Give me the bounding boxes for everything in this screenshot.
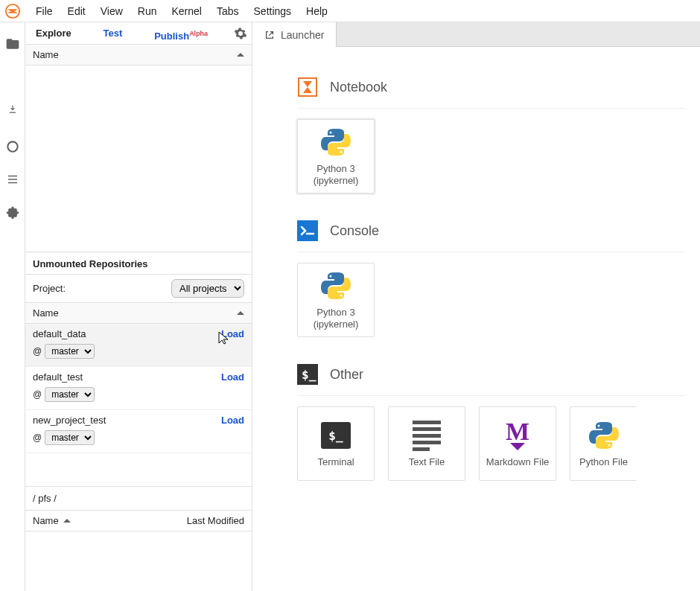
python-icon bbox=[588, 419, 620, 452]
python-icon bbox=[319, 126, 352, 159]
tile-python3-console[interactable]: Python 3 (ipykernel) bbox=[297, 263, 375, 337]
section-title: Notebook bbox=[330, 80, 387, 95]
sort-asc-icon bbox=[237, 311, 244, 315]
terminal-section-icon bbox=[297, 364, 318, 385]
unmounted-title: Unmounted Repositories bbox=[25, 252, 252, 275]
fb-name-col[interactable]: Name bbox=[33, 515, 187, 526]
section-title: Other bbox=[330, 367, 363, 383]
load-button[interactable]: Load bbox=[221, 415, 244, 445]
section-console: Console Python 3 (ipykernel) bbox=[297, 220, 700, 337]
tab-launcher[interactable]: Launcher bbox=[252, 22, 337, 47]
cursor-icon bbox=[217, 331, 229, 345]
sidepanel-tabs: Explore Test PublishAlpha bbox=[25, 22, 252, 45]
sort-asc-icon bbox=[63, 519, 71, 523]
tabbar: Launcher bbox=[252, 22, 700, 47]
branch-select[interactable]: master bbox=[45, 430, 95, 445]
sort-asc-icon bbox=[237, 53, 244, 57]
load-button[interactable]: Load bbox=[221, 371, 244, 402]
section-other: Other $_ Terminal Text File M Markdown F… bbox=[297, 364, 700, 481]
launcher-body: Notebook Python 3 (ipykernel) Console bbox=[252, 47, 700, 591]
download-icon[interactable] bbox=[4, 101, 21, 118]
menu-view[interactable]: View bbox=[93, 0, 130, 22]
fb-modified-col[interactable]: Last Modified bbox=[187, 515, 244, 526]
tab-publish[interactable]: PublishAlpha bbox=[148, 22, 214, 45]
menu-edit[interactable]: Edit bbox=[60, 0, 93, 22]
folder-icon[interactable] bbox=[4, 36, 21, 52]
project-select[interactable]: All projects bbox=[171, 279, 244, 298]
menu-run[interactable]: Run bbox=[130, 0, 165, 22]
terminal-icon: $_ bbox=[321, 422, 351, 449]
menu-file[interactable]: File bbox=[28, 0, 60, 22]
repo-list: default_data @master Load default_test @… bbox=[25, 324, 252, 486]
gear-icon[interactable] bbox=[234, 27, 247, 40]
tile-markdown[interactable]: M Markdown File bbox=[479, 406, 556, 481]
menu-tabs[interactable]: Tabs bbox=[209, 0, 246, 22]
branch-select[interactable]: master bbox=[45, 387, 95, 402]
menu-settings[interactable]: Settings bbox=[246, 0, 299, 22]
toc-icon[interactable] bbox=[4, 171, 21, 188]
menubar: File Edit View Run Kernel Tabs Settings … bbox=[0, 0, 700, 22]
tab-test[interactable]: Test bbox=[98, 22, 129, 45]
repo-name: new_project_test bbox=[33, 415, 106, 426]
menu-kernel[interactable]: Kernel bbox=[164, 0, 209, 22]
tile-textfile[interactable]: Text File bbox=[388, 406, 465, 481]
markdown-icon: M bbox=[506, 421, 529, 450]
branch-select[interactable]: master bbox=[45, 344, 95, 359]
extensions-icon[interactable] bbox=[4, 204, 21, 220]
mounted-repos-area bbox=[25, 66, 252, 252]
tile-terminal[interactable]: $_ Terminal bbox=[297, 406, 375, 481]
tile-pythonfile[interactable]: Python File bbox=[570, 406, 637, 481]
project-label: Project: bbox=[33, 283, 66, 294]
running-icon[interactable] bbox=[4, 138, 21, 155]
repo-item-default-data[interactable]: default_data @master Load bbox=[25, 324, 252, 367]
jupyter-logo-icon bbox=[4, 3, 21, 19]
section-title: Console bbox=[330, 223, 379, 239]
unmounted-name-header[interactable]: Name bbox=[25, 303, 252, 324]
section-notebook: Notebook Python 3 (ipykernel) bbox=[297, 77, 700, 194]
filebrowser-path[interactable]: / pfs / bbox=[25, 486, 252, 511]
launch-icon bbox=[264, 30, 275, 40]
filebrowser-body bbox=[25, 531, 252, 591]
filebrowser-header: Name Last Modified bbox=[25, 511, 252, 531]
name-label: Name bbox=[33, 49, 59, 60]
textfile-icon bbox=[413, 421, 441, 451]
repo-item-default-test[interactable]: default_test @master Load bbox=[25, 367, 252, 410]
launcher-area: Launcher Notebook Python 3 (ipykernel) bbox=[252, 22, 700, 591]
repo-name: default_test bbox=[33, 371, 95, 383]
repo-name: default_data bbox=[33, 328, 95, 339]
notebook-section-icon bbox=[297, 77, 318, 98]
left-rail bbox=[0, 22, 25, 591]
side-panel: Explore Test PublishAlpha Name Unmounted… bbox=[25, 22, 252, 591]
repo-item-new-project-test[interactable]: new_project_test @master Load bbox=[25, 410, 252, 453]
project-row: Project: All projects bbox=[25, 275, 252, 303]
mounted-name-header[interactable]: Name bbox=[25, 45, 252, 66]
python-icon bbox=[319, 269, 352, 302]
tab-explore[interactable]: Explore bbox=[30, 22, 77, 45]
tile-python3-notebook[interactable]: Python 3 (ipykernel) bbox=[297, 119, 375, 194]
menu-help[interactable]: Help bbox=[299, 0, 335, 22]
console-section-icon bbox=[297, 220, 318, 241]
